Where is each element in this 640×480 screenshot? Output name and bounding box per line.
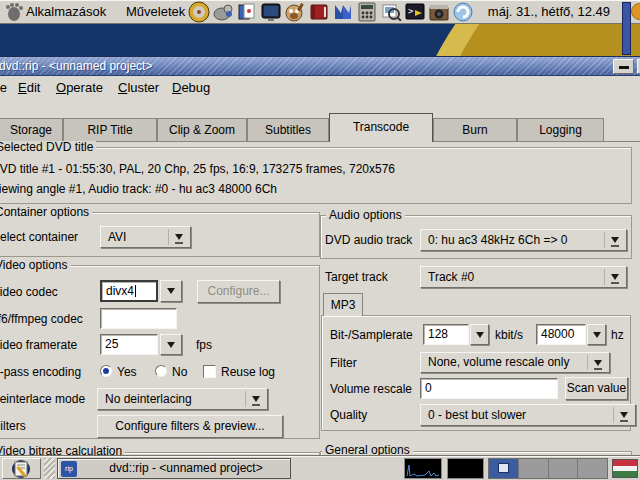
dvdrip-task-button[interactable]: rip dvd::rip - <unnamed project>: [57, 458, 291, 479]
blue-m-icon[interactable]: [332, 1, 354, 23]
samplerate-input[interactable]: 48000: [536, 324, 586, 345]
framerate-input[interactable]: 25: [100, 334, 158, 355]
workspace-2[interactable]: [518, 459, 548, 478]
gnome-foot-menu-icon[interactable]: [3, 1, 25, 23]
top-panel: Alkalmazások Műveletek > máj. 31., hétfő…: [0, 0, 640, 24]
dvd-audio-track-label: DVD audio track: [325, 233, 412, 248]
panel-drag-handle[interactable]: [44, 458, 55, 479]
chevron-down-icon: [168, 229, 188, 245]
tab-rip-title[interactable]: RIP Title: [63, 118, 157, 141]
workspace-3[interactable]: [548, 459, 578, 478]
target-track-label: Target track: [325, 270, 388, 285]
chevron-down-icon: [245, 391, 265, 407]
seal-launcher-icon[interactable]: [188, 1, 210, 23]
actions-menu[interactable]: Műveletek: [126, 0, 185, 24]
volume-rescale-input[interactable]: 0: [420, 378, 558, 399]
dvd-angle-audio-info: Viewing angle #1, Audio track: #0 - hu a…: [0, 182, 277, 197]
screen-icon[interactable]: [260, 1, 282, 23]
target-track-value: Track #0: [428, 270, 474, 284]
reuse-log-label: Reuse log: [221, 365, 275, 380]
audio-filter-select[interactable]: None, volume rescale only: [420, 352, 610, 373]
samplerate-dropdown-button[interactable]: [587, 324, 606, 345]
fps-unit-label: fps: [196, 338, 212, 353]
menu-cluster[interactable]: Cluster: [118, 79, 159, 97]
tab-subtitles[interactable]: Subtitles: [247, 118, 329, 141]
configure-filters-button[interactable]: Configure filters & preview...: [97, 415, 283, 438]
framerate-label: Video framerate: [0, 338, 77, 353]
video-codec-dropdown-button[interactable]: [160, 280, 182, 302]
framerate-dropdown-button[interactable]: [160, 334, 182, 355]
quality-select[interactable]: 0 - best but slower: [420, 404, 636, 426]
bottom-taskbar: rip dvd::rip - <unnamed project>: [0, 455, 640, 480]
menu-debug[interactable]: Debug: [172, 79, 210, 97]
hungarian-flag-keyboard-indicator[interactable]: [612, 459, 638, 478]
workspace-1-active[interactable]: [489, 459, 518, 478]
tab-mp3[interactable]: MP3: [323, 293, 363, 316]
select-container-label: Select container: [0, 230, 78, 245]
tab-storage[interactable]: Storage: [0, 118, 63, 141]
container-select[interactable]: AVI: [100, 226, 191, 248]
tab-transcode[interactable]: Transcode: [329, 113, 433, 142]
dvdrip-window: dvd::rip - <unnamed project> File Edit O…: [0, 56, 640, 480]
volume-rescale-label: Volume rescale: [330, 382, 412, 397]
twopass-label: 2-pass encoding: [0, 365, 81, 380]
deinterlace-select[interactable]: No deinterlacing: [97, 388, 268, 410]
system-monitor-applet[interactable]: [404, 458, 442, 479]
window-title: dvd::rip - <unnamed project>: [0, 57, 152, 75]
tab-logging[interactable]: Logging: [517, 118, 604, 141]
reuse-log-checkbox[interactable]: [203, 365, 216, 378]
scan-value-button[interactable]: Scan value: [565, 377, 628, 400]
notes-launcher-button[interactable]: [2, 458, 41, 479]
workspace-pager: [488, 458, 608, 479]
bitrate-dropdown-button[interactable]: [470, 324, 489, 345]
video-options-label: Video options: [0, 259, 71, 272]
workspace-window-thumb: [498, 463, 509, 473]
twopass-yes-radio[interactable]: [100, 365, 112, 377]
bitrate-samplerate-label: Bit-/Samplerate: [330, 328, 413, 343]
hz-unit-label: hz: [611, 328, 624, 343]
chevron-down-icon: [604, 269, 624, 285]
black-monitor-applet[interactable]: [447, 458, 484, 479]
dvd-title-info: DVD title #1 - 01:55:30, PAL, 20 Chp, 25…: [0, 162, 395, 177]
playing-cards-icon[interactable]: [236, 1, 258, 23]
calculator-icon[interactable]: [356, 1, 378, 23]
twopass-no-radio[interactable]: [155, 365, 167, 377]
bitrate-input[interactable]: 128: [423, 324, 469, 345]
no-label: No: [172, 365, 187, 380]
tab-clip-zoom[interactable]: Clip & Zoom: [157, 118, 247, 141]
dvdrip-task-icon: rip: [61, 461, 77, 477]
menu-file[interactable]: File: [0, 79, 7, 97]
vertical-applet-strip[interactable]: [622, 2, 631, 55]
panel-clock[interactable]: máj. 31., hétfő, 12.49: [468, 0, 610, 24]
mouse-creature-icon[interactable]: [212, 1, 234, 23]
terminal-prompt-icon[interactable]: >: [404, 1, 426, 23]
minimize-button[interactable]: [613, 59, 634, 74]
workspace-4[interactable]: [577, 459, 607, 478]
camera-box-icon[interactable]: [428, 1, 450, 23]
filters-label: Filters: [0, 419, 26, 434]
tab-burn[interactable]: Burn: [433, 118, 517, 141]
red-book-icon[interactable]: [308, 1, 330, 23]
menu-operate[interactable]: Operate: [56, 79, 103, 97]
menu-edit[interactable]: Edit: [18, 79, 40, 97]
svg-text:>: >: [408, 6, 414, 16]
target-track-select[interactable]: Track #0: [420, 266, 627, 288]
gimp-icon[interactable]: [284, 1, 306, 23]
tab-strip: Storage RIP Title Clip & Zoom Subtitles …: [0, 113, 604, 141]
window-titlebar[interactable]: dvd::rip - <unnamed project>: [0, 57, 640, 76]
deinterlace-label: Deinterlace mode: [0, 392, 85, 407]
yes-label: Yes: [117, 365, 137, 380]
magnifier-photo-icon[interactable]: [380, 1, 402, 23]
container-value: AVI: [108, 230, 126, 244]
container-options-label: Container options: [0, 206, 92, 219]
audio-options-label: Audio options: [326, 209, 405, 222]
video-codec-input[interactable]: divx4: [100, 280, 158, 302]
dvd-audio-track-select[interactable]: 0: hu ac3 48kHz 6Ch => 0: [420, 229, 627, 251]
chevron-down-icon: [613, 407, 633, 423]
ffmpeg-codec-input[interactable]: [100, 308, 177, 329]
ffmpeg-codec-label: af6/ffmpeg codec: [0, 312, 83, 327]
applications-menu[interactable]: Alkalmazások: [26, 0, 106, 24]
chevron-down-icon: [587, 355, 607, 370]
dvd-audio-track-value: 0: hu ac3 48kHz 6Ch => 0: [428, 233, 567, 247]
configure-button[interactable]: Configure...: [197, 280, 280, 303]
